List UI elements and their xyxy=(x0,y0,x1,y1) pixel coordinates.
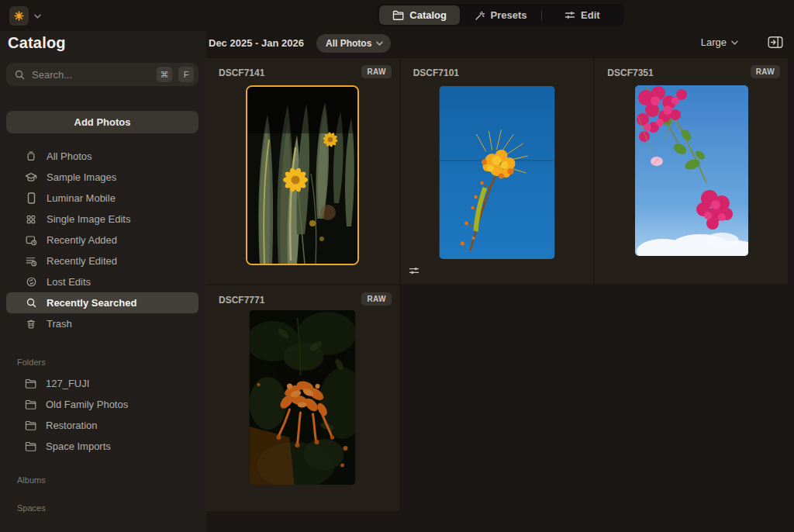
chevron-down-icon xyxy=(731,40,738,45)
snake-plant-flower-photo xyxy=(247,87,357,264)
photo-thumbnail[interactable] xyxy=(635,85,748,256)
recently-added-icon xyxy=(25,234,37,246)
tab-presets[interactable]: Presets xyxy=(460,5,540,25)
section-folders: Folders xyxy=(0,358,206,367)
mode-tabs: Catalog Presets Edit xyxy=(378,4,624,26)
sidebar-item-label: Single Image Edits xyxy=(47,213,130,225)
photos-icon xyxy=(25,150,37,162)
lost-edits-icon xyxy=(25,276,37,288)
sidebar-item-label: All Photos xyxy=(47,150,92,162)
tab-label: Presets xyxy=(491,9,527,21)
wand-icon xyxy=(475,10,485,21)
search-icon xyxy=(25,297,37,309)
photo-thumbnail[interactable] xyxy=(439,86,554,259)
shortcut-f-key: F xyxy=(178,67,194,82)
filter-dropdown-label: All Photos xyxy=(326,38,371,49)
section-spaces[interactable]: Spaces xyxy=(0,503,206,513)
folder-icon xyxy=(25,420,36,430)
sidebar-item-label: Sample Images xyxy=(47,171,116,183)
folder-item-old-family-photos[interactable]: Old Family Photos xyxy=(6,394,198,415)
photo-filename: DSCF7101 xyxy=(413,67,459,78)
raw-badge: RAW xyxy=(751,65,780,78)
sidebar-item-recently-edited[interactable]: Recently Edited xyxy=(6,250,198,271)
filter-dropdown[interactable]: All Photos xyxy=(316,34,391,53)
sidebar-item-recently-added[interactable]: Recently Added xyxy=(6,230,198,250)
sidebar-item-recently-searched[interactable]: Recently Searched xyxy=(6,292,198,313)
main-content: Dec 2025 - Jan 2026 All Photos Large DSC… xyxy=(206,31,794,532)
trash-icon xyxy=(25,318,37,330)
raw-badge: RAW xyxy=(361,292,391,306)
sidebar-item-label: Luminar Mobile xyxy=(47,192,116,204)
app-logo-button[interactable] xyxy=(9,6,29,26)
sidebar-item-all-photos[interactable]: All Photos xyxy=(6,146,198,167)
thumbnail-size-label: Large xyxy=(701,36,727,48)
empty-grid-cell xyxy=(595,285,788,511)
sidebar-item-single-image-edits[interactable]: Single Image Edits xyxy=(6,209,198,230)
page-title: Catalog xyxy=(0,31,206,63)
raw-badge: RAW xyxy=(361,65,391,78)
photo-grid: DSCF7141 RAW xyxy=(206,58,788,532)
date-range-label: Dec 2025 - Jan 2026 xyxy=(209,37,304,49)
orange-firecracker-flowers-photo xyxy=(250,310,356,485)
toggle-panel-button[interactable] xyxy=(768,36,783,49)
folder-item-label: Space Imports xyxy=(46,440,111,452)
search-icon xyxy=(14,69,26,81)
luminar-catalog-window: Catalog Presets Edit Catalog xyxy=(0,0,794,532)
tab-catalog[interactable]: Catalog xyxy=(379,5,460,25)
folder-item-restoration[interactable]: Restoration xyxy=(6,415,198,436)
shortcut-cmd-key: ⌘ xyxy=(157,67,172,82)
folder-icon xyxy=(392,10,404,20)
sliders-icon xyxy=(564,10,575,20)
sidebar-item-label: Recently Searched xyxy=(47,297,136,309)
photo-thumbnail[interactable] xyxy=(250,310,356,485)
panel-collapse-icon xyxy=(768,36,783,49)
photo-tile[interactable]: DSCF7141 RAW xyxy=(206,58,399,284)
phone-icon xyxy=(25,192,37,204)
top-bar: Catalog Presets Edit xyxy=(0,0,794,31)
sidebar-item-label: Trash xyxy=(47,318,72,330)
sidebar-item-label: Lost Edits xyxy=(47,276,91,288)
folder-item-space-imports[interactable]: Space Imports xyxy=(6,436,198,457)
yellow-flower-blue-sky-photo xyxy=(439,86,554,259)
folder-icon xyxy=(25,378,36,389)
photo-tile[interactable]: DSCF7101 xyxy=(401,58,594,284)
section-albums[interactable]: Albums xyxy=(0,475,206,485)
tab-edit[interactable]: Edit xyxy=(542,5,623,25)
edited-adjustments-icon xyxy=(409,265,419,276)
photo-filename: DSCF7351 xyxy=(607,67,653,78)
photo-filename: DSCF7771 xyxy=(219,295,264,306)
thumbnail-size-dropdown[interactable]: Large xyxy=(701,36,738,48)
sidebar-item-luminar-mobile[interactable]: Luminar Mobile xyxy=(6,188,198,209)
tab-label: Edit xyxy=(581,9,600,21)
search-input[interactable] xyxy=(32,69,150,81)
sidebar-item-sample-images[interactable]: Sample Images xyxy=(6,167,198,188)
add-photos-button[interactable]: Add Photos xyxy=(6,111,198,133)
tab-label: Catalog xyxy=(409,9,447,21)
folder-icon xyxy=(25,399,36,409)
graduation-cap-icon xyxy=(25,172,37,183)
luminar-starburst-icon xyxy=(13,10,25,22)
sidebar-item-label: Recently Edited xyxy=(47,255,117,267)
recently-edited-icon xyxy=(25,255,37,267)
content-header: Dec 2025 - Jan 2026 All Photos Large xyxy=(206,31,794,58)
folder-item-127-fuji[interactable]: 127_FUJI xyxy=(6,373,198,394)
folder-icon xyxy=(25,441,36,451)
sidebar-item-lost-edits[interactable]: Lost Edits xyxy=(6,271,198,292)
grid-icon xyxy=(25,214,37,225)
bougainvillea-sky-photo xyxy=(635,85,748,256)
photo-filename: DSCF7141 xyxy=(219,67,264,78)
folder-item-label: Restoration xyxy=(46,420,97,431)
sidebar-nav: All Photos Sample Images Luminar Mobile … xyxy=(0,146,206,334)
chevron-down-icon xyxy=(376,41,383,46)
sidebar-item-label: Recently Added xyxy=(47,234,117,246)
folder-item-label: 127_FUJI xyxy=(46,378,89,389)
sidebar: Catalog ⌘ F Add Photos All Photos Sample xyxy=(0,31,206,532)
empty-grid-cell xyxy=(401,285,594,511)
sidebar-item-trash[interactable]: Trash xyxy=(6,313,198,334)
photo-tile[interactable]: DSCF7351 RAW xyxy=(595,58,788,284)
search-box[interactable]: ⌘ F xyxy=(6,63,198,86)
photo-thumbnail-selected[interactable] xyxy=(246,85,359,265)
folder-item-label: Old Family Photos xyxy=(46,399,128,410)
logo-chevron-down-icon[interactable] xyxy=(34,14,41,19)
photo-tile[interactable]: DSCF7771 RAW xyxy=(206,285,399,511)
